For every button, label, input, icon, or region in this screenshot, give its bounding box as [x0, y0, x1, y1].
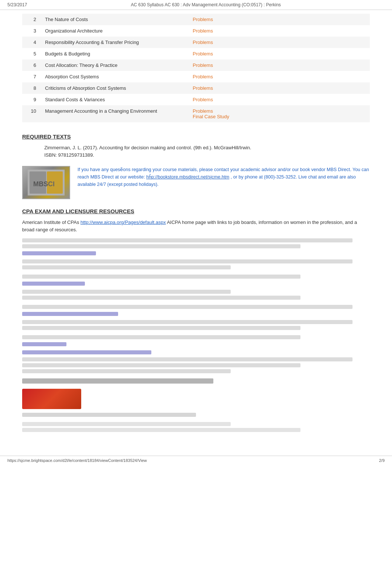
table-row: 4Responsibility Accounting & Transfer Pr… [22, 37, 370, 48]
required-texts-title: REQUIRED TEXTS [22, 133, 370, 140]
table-row: 2The Nature of CostsProblems [22, 14, 370, 25]
svg-text:MBS: MBS [33, 180, 48, 188]
row-number: 4 [22, 37, 41, 48]
blurred-block-1 [22, 238, 370, 269]
svg-text:CI: CI [48, 180, 55, 188]
mbs-box: MBS CI If you have any quesẽons regardin… [22, 166, 370, 199]
page-header: 5/23/2017 AC 630 Syllabus AC 630 : Adv M… [0, 0, 392, 10]
row-assignment: Problems [188, 25, 370, 37]
row-assignment: Problems [188, 94, 370, 105]
course-table: 2The Nature of CostsProblems3Organizatio… [22, 14, 370, 122]
blurred-block-4 [22, 335, 370, 373]
row-number: 6 [22, 59, 41, 71]
final-case-study: Final Case Study [193, 114, 229, 119]
table-row: 5Budgets & BudgetingProblems [22, 48, 370, 59]
header-date: 5/23/2017 [7, 2, 27, 7]
row-assignment: Problems [188, 14, 370, 25]
footer-page: 2/9 [379, 458, 385, 463]
row-topic: The Nature of Costs [41, 14, 188, 25]
row-number: 8 [22, 82, 41, 94]
page-footer: https://sjcme.brightspace.com/d2l/le/con… [0, 456, 392, 465]
row-topic: Responsibility Accounting & Transfer Pri… [41, 37, 188, 48]
row-assignment: Problems [188, 59, 370, 71]
table-row: 9Standard Costs & VariancesProblems [22, 94, 370, 105]
mbs-image: MBS CI [22, 166, 70, 199]
row-assignment: Problems [188, 82, 370, 94]
row-number: 9 [22, 94, 41, 105]
aicpa-link[interactable]: http://www.aicpa.org/Pages/default.aspx [80, 220, 166, 225]
footer-url[interactable]: https://sjcme.brightspace.com/d2l/le/con… [7, 458, 147, 463]
table-row: 7Absorption Cost SystemsProblems [22, 71, 370, 82]
blurred-block-2 [22, 275, 370, 300]
table-row: 10Management Accounting in a Changing En… [22, 105, 370, 122]
cpa-title: CPA EXAM AND LICENSURE RESOURCES [22, 208, 370, 214]
row-topic: Management Accounting in a Changing Envi… [41, 105, 188, 122]
mbs-text-block: If you have any quesẽons regarding your … [78, 166, 370, 188]
row-number: 5 [22, 48, 41, 59]
row-assignment: ProblemsFinal Case Study [188, 105, 370, 122]
blurred-block-6 [22, 422, 370, 432]
row-topic: Budgets & Budgeting [41, 48, 188, 59]
row-number: 10 [22, 105, 41, 122]
page-content: 2The Nature of CostsProblems3Organizatio… [0, 10, 392, 448]
row-assignment: Problems [188, 71, 370, 82]
red-image-container [22, 389, 370, 417]
mbs-link[interactable]: hĥp://bookstore.mbsdirect.net/sjcme.htm [146, 174, 229, 180]
cpa-intro: American Institute of CPAs [22, 220, 80, 225]
row-topic: Standard Costs & Variances [41, 94, 188, 105]
row-topic: Organizational Architecture [41, 25, 188, 37]
row-assignment: Problems [188, 37, 370, 48]
row-topic: Absorption Cost Systems [41, 71, 188, 82]
table-row: 8Criticisms of Absorption Cost SystemsPr… [22, 82, 370, 94]
blurred-block-5 [22, 378, 370, 384]
header-title: AC 630 Syllabus AC 630 : Adv Management … [131, 2, 281, 7]
cpa-text: American Institute of CPAs http://www.ai… [22, 219, 370, 233]
row-number: 2 [22, 14, 41, 25]
row-topic: Criticisms of Absorption Cost Systems [41, 82, 188, 94]
row-number: 3 [22, 25, 41, 37]
citation-text: Zimmerman, J. L. (2017). Accounting for … [44, 144, 370, 159]
table-row: 6Cost Allocation: Theory & PracticeProbl… [22, 59, 370, 71]
row-number: 7 [22, 71, 41, 82]
cpa-section: CPA EXAM AND LICENSURE RESOURCES America… [22, 208, 370, 233]
row-assignment: Problems [188, 48, 370, 59]
blurred-block-3 [22, 305, 370, 330]
row-topic: Cost Allocation: Theory & Practice [41, 59, 188, 71]
required-texts-section: REQUIRED TEXTS Zimmerman, J. L. (2017). … [22, 133, 370, 159]
table-row: 3Organizational ArchitectureProblems [22, 25, 370, 37]
red-image-block [22, 389, 81, 409]
